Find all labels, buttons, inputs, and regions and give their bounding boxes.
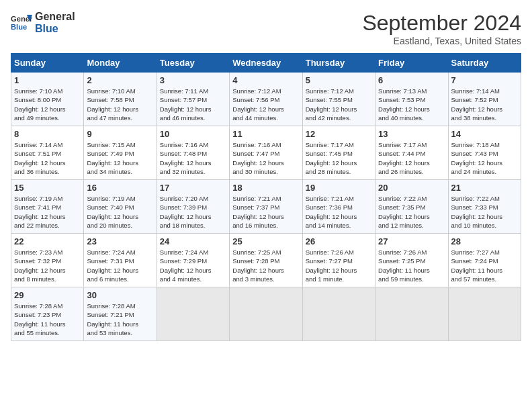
day-number: 2 <box>87 75 153 85</box>
calendar-cell <box>157 287 229 341</box>
day-number: 20 <box>378 183 445 193</box>
header-sunday: Sunday <box>11 54 84 73</box>
day-info: Sunrise: 7:22 AM Sunset: 7:33 PM Dayligh… <box>451 194 518 230</box>
day-info: Sunrise: 7:24 AM Sunset: 7:29 PM Dayligh… <box>160 248 226 283</box>
day-info: Sunrise: 7:19 AM Sunset: 7:40 PM Dayligh… <box>87 194 153 230</box>
calendar-cell <box>230 287 302 341</box>
calendar-cell: 9Sunrise: 7:15 AM Sunset: 7:49 PM Daylig… <box>84 126 157 180</box>
page-header: General Blue General Blue September 2024… <box>11 11 521 46</box>
day-number: 27 <box>378 236 445 246</box>
day-number: 14 <box>451 129 518 139</box>
calendar-cell <box>448 287 521 341</box>
day-info: Sunrise: 7:22 AM Sunset: 7:35 PM Dayligh… <box>378 194 445 230</box>
day-info: Sunrise: 7:26 AM Sunset: 7:27 PM Dayligh… <box>306 248 372 283</box>
calendar-cell <box>375 287 448 341</box>
day-number: 4 <box>232 75 299 85</box>
day-number: 28 <box>451 236 518 246</box>
day-number: 9 <box>87 129 153 139</box>
day-number: 26 <box>306 236 372 246</box>
day-number: 15 <box>14 183 81 193</box>
day-number: 13 <box>378 129 445 139</box>
calendar-cell: 27Sunrise: 7:26 AM Sunset: 7:25 PM Dayli… <box>375 234 448 287</box>
day-info: Sunrise: 7:10 AM Sunset: 8:00 PM Dayligh… <box>14 87 81 122</box>
day-info: Sunrise: 7:25 AM Sunset: 7:28 PM Dayligh… <box>232 248 299 283</box>
svg-text:Blue: Blue <box>11 22 27 30</box>
calendar-cell: 17Sunrise: 7:20 AM Sunset: 7:39 PM Dayli… <box>157 180 229 234</box>
day-info: Sunrise: 7:23 AM Sunset: 7:32 PM Dayligh… <box>14 248 81 283</box>
day-info: Sunrise: 7:27 AM Sunset: 7:24 PM Dayligh… <box>451 248 518 283</box>
calendar-cell: 10Sunrise: 7:16 AM Sunset: 7:48 PM Dayli… <box>157 126 229 180</box>
day-number: 12 <box>306 129 372 139</box>
day-info: Sunrise: 7:28 AM Sunset: 7:21 PM Dayligh… <box>87 302 153 337</box>
header-tuesday: Tuesday <box>157 54 229 73</box>
day-info: Sunrise: 7:19 AM Sunset: 7:41 PM Dayligh… <box>14 194 81 230</box>
location: Eastland, Texas, United States <box>362 36 521 46</box>
day-info: Sunrise: 7:10 AM Sunset: 7:58 PM Dayligh… <box>87 87 153 122</box>
day-number: 7 <box>451 75 518 85</box>
calendar-cell: 8Sunrise: 7:14 AM Sunset: 7:51 PM Daylig… <box>11 126 84 180</box>
day-number: 22 <box>14 236 81 246</box>
calendar-cell: 30Sunrise: 7:28 AM Sunset: 7:21 PM Dayli… <box>84 287 157 341</box>
calendar-cell: 7Sunrise: 7:14 AM Sunset: 7:52 PM Daylig… <box>448 73 521 126</box>
day-number: 8 <box>14 129 81 139</box>
day-info: Sunrise: 7:11 AM Sunset: 7:57 PM Dayligh… <box>160 87 226 122</box>
day-info: Sunrise: 7:26 AM Sunset: 7:25 PM Dayligh… <box>378 248 445 283</box>
day-info: Sunrise: 7:16 AM Sunset: 7:48 PM Dayligh… <box>160 140 226 176</box>
calendar-cell: 1Sunrise: 7:10 AM Sunset: 8:00 PM Daylig… <box>11 73 84 126</box>
calendar-cell: 11Sunrise: 7:16 AM Sunset: 7:47 PM Dayli… <box>230 126 302 180</box>
calendar-cell: 6Sunrise: 7:13 AM Sunset: 7:53 PM Daylig… <box>375 73 448 126</box>
day-number: 21 <box>451 183 518 193</box>
day-number: 23 <box>87 236 153 246</box>
calendar-table: SundayMondayTuesdayWednesdayThursdayFrid… <box>11 53 521 341</box>
logo: General Blue General Blue <box>11 11 75 34</box>
day-number: 29 <box>14 290 81 300</box>
calendar-cell: 26Sunrise: 7:26 AM Sunset: 7:27 PM Dayli… <box>302 234 375 287</box>
day-info: Sunrise: 7:20 AM Sunset: 7:39 PM Dayligh… <box>160 194 226 230</box>
day-info: Sunrise: 7:28 AM Sunset: 7:23 PM Dayligh… <box>14 302 81 337</box>
calendar-cell: 15Sunrise: 7:19 AM Sunset: 7:41 PM Dayli… <box>11 180 84 234</box>
day-number: 24 <box>160 236 226 246</box>
calendar-cell: 18Sunrise: 7:21 AM Sunset: 7:37 PM Dayli… <box>230 180 302 234</box>
header-saturday: Saturday <box>448 54 521 73</box>
day-number: 11 <box>232 129 299 139</box>
calendar-cell: 29Sunrise: 7:28 AM Sunset: 7:23 PM Dayli… <box>11 287 84 341</box>
header-wednesday: Wednesday <box>230 54 302 73</box>
logo-icon: General Blue <box>11 12 32 34</box>
calendar-cell: 23Sunrise: 7:24 AM Sunset: 7:31 PM Dayli… <box>84 234 157 287</box>
calendar-cell: 19Sunrise: 7:21 AM Sunset: 7:36 PM Dayli… <box>302 180 375 234</box>
calendar-header: SundayMondayTuesdayWednesdayThursdayFrid… <box>11 54 521 73</box>
day-number: 17 <box>160 183 226 193</box>
calendar-cell <box>302 287 375 341</box>
day-info: Sunrise: 7:14 AM Sunset: 7:52 PM Dayligh… <box>451 87 518 122</box>
day-number: 25 <box>232 236 299 246</box>
day-info: Sunrise: 7:17 AM Sunset: 7:45 PM Dayligh… <box>306 140 372 176</box>
calendar-week-4: 22Sunrise: 7:23 AM Sunset: 7:32 PM Dayli… <box>11 234 521 287</box>
calendar-cell: 13Sunrise: 7:17 AM Sunset: 7:44 PM Dayli… <box>375 126 448 180</box>
day-info: Sunrise: 7:13 AM Sunset: 7:53 PM Dayligh… <box>378 87 445 122</box>
day-number: 19 <box>306 183 372 193</box>
day-info: Sunrise: 7:14 AM Sunset: 7:51 PM Dayligh… <box>14 140 81 176</box>
day-info: Sunrise: 7:21 AM Sunset: 7:36 PM Dayligh… <box>306 194 372 230</box>
day-number: 3 <box>160 75 226 85</box>
calendar-cell: 5Sunrise: 7:12 AM Sunset: 7:55 PM Daylig… <box>302 73 375 126</box>
calendar-cell: 22Sunrise: 7:23 AM Sunset: 7:32 PM Dayli… <box>11 234 84 287</box>
day-info: Sunrise: 7:12 AM Sunset: 7:56 PM Dayligh… <box>232 87 299 122</box>
calendar-week-5: 29Sunrise: 7:28 AM Sunset: 7:23 PM Dayli… <box>11 287 521 341</box>
calendar-cell: 3Sunrise: 7:11 AM Sunset: 7:57 PM Daylig… <box>157 73 229 126</box>
day-info: Sunrise: 7:18 AM Sunset: 7:43 PM Dayligh… <box>451 140 518 176</box>
calendar-cell: 24Sunrise: 7:24 AM Sunset: 7:29 PM Dayli… <box>157 234 229 287</box>
title-block: September 2024 Eastland, Texas, United S… <box>362 11 521 46</box>
calendar-cell: 21Sunrise: 7:22 AM Sunset: 7:33 PM Dayli… <box>448 180 521 234</box>
calendar-week-2: 8Sunrise: 7:14 AM Sunset: 7:51 PM Daylig… <box>11 126 521 180</box>
calendar-week-1: 1Sunrise: 7:10 AM Sunset: 8:00 PM Daylig… <box>11 73 521 126</box>
logo-line1: General <box>35 11 75 23</box>
calendar-cell: 12Sunrise: 7:17 AM Sunset: 7:45 PM Dayli… <box>302 126 375 180</box>
calendar-cell: 20Sunrise: 7:22 AM Sunset: 7:35 PM Dayli… <box>375 180 448 234</box>
calendar-cell: 28Sunrise: 7:27 AM Sunset: 7:24 PM Dayli… <box>448 234 521 287</box>
day-number: 16 <box>87 183 153 193</box>
day-info: Sunrise: 7:21 AM Sunset: 7:37 PM Dayligh… <box>232 194 299 230</box>
calendar-cell: 14Sunrise: 7:18 AM Sunset: 7:43 PM Dayli… <box>448 126 521 180</box>
day-number: 30 <box>87 290 153 300</box>
day-info: Sunrise: 7:12 AM Sunset: 7:55 PM Dayligh… <box>306 87 372 122</box>
calendar-cell: 16Sunrise: 7:19 AM Sunset: 7:40 PM Dayli… <box>84 180 157 234</box>
